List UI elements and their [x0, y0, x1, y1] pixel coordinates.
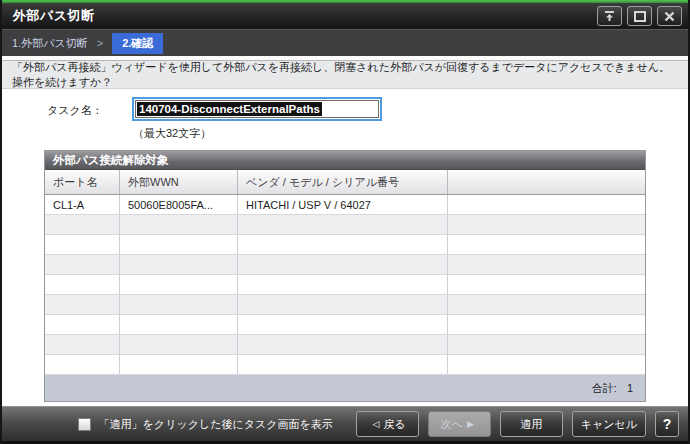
task-name-input-field: 140704-DisconnectExternalPaths	[135, 100, 379, 118]
step-separator: >	[97, 37, 103, 49]
table-cell	[238, 335, 448, 354]
table-cell	[238, 355, 448, 374]
table-cell	[238, 275, 448, 294]
back-arrow-icon: ◁	[373, 419, 380, 429]
table-row[interactable]	[45, 235, 645, 255]
table-cell	[45, 255, 120, 274]
table-cell	[448, 235, 645, 254]
task-name-row: タスク名： 140704-DisconnectExternalPaths	[2, 89, 688, 121]
table-row[interactable]	[45, 315, 645, 335]
table-cell	[120, 295, 238, 314]
table-cell	[448, 355, 645, 374]
table-cell	[120, 235, 238, 254]
close-icon	[664, 11, 675, 22]
title-bar: 外部パス切断	[2, 3, 688, 29]
warning-message: 「外部パス再接続」ウィザードを使用して外部パスを再接続し、閉塞された外部パスが回…	[2, 60, 688, 89]
table-footer: 合計: 1	[45, 375, 645, 401]
maximize-icon	[634, 11, 646, 22]
dialog-content: タスク名： 140704-DisconnectExternalPaths （最大…	[2, 89, 688, 406]
table-cell	[448, 315, 645, 334]
maximize-button[interactable]	[627, 6, 652, 26]
disconnect-external-paths-dialog: 外部パス切断 1.外部パス切断 > 2.確認 「外部パス再接続」ウィザードを使用…	[0, 0, 690, 444]
dialog-title: 外部パス切断	[13, 7, 592, 25]
table-cell	[448, 335, 645, 354]
table-cell	[120, 315, 238, 334]
help-button[interactable]: ?	[655, 411, 679, 437]
table-row[interactable]	[45, 355, 645, 375]
close-button[interactable]	[657, 6, 682, 26]
next-arrow-icon: ▶	[467, 419, 474, 429]
table-cell: 50060E8005FA...	[120, 195, 238, 214]
table-cell	[45, 275, 120, 294]
table-row[interactable]	[45, 275, 645, 295]
next-button: 次へ ▶	[428, 411, 491, 437]
back-button[interactable]: ◁ 戻る	[356, 411, 419, 437]
column-header-vendor-model-serial[interactable]: ベンダ / モデル / シリアル番号	[238, 170, 448, 194]
wizard-steps: 1.外部パス切断 > 2.確認	[2, 29, 688, 56]
apply-button[interactable]: 適用	[500, 411, 563, 437]
table-cell	[45, 235, 120, 254]
total-value: 1	[627, 382, 633, 394]
disconnect-target-table: 外部パス接続解除対象 ポート名 外部WWN ベンダ / モデル / シリアル番号…	[44, 150, 646, 402]
show-task-screen-checkbox-label: 「適用」をクリックした後にタスク画面を表示	[99, 417, 333, 432]
rollup-icon	[603, 10, 616, 22]
table-cell	[45, 215, 120, 234]
task-name-label: タスク名：	[47, 97, 132, 118]
task-name-input[interactable]: 140704-DisconnectExternalPaths	[132, 97, 382, 121]
table-cell	[238, 315, 448, 334]
table-cell	[448, 195, 645, 214]
apply-button-label: 適用	[520, 417, 542, 432]
table-cell	[238, 235, 448, 254]
table-cell	[238, 255, 448, 274]
table-title: 外部パス接続解除対象	[45, 151, 645, 170]
table-row[interactable]	[45, 255, 645, 275]
table-cell: HITACHI / USP V / 64027	[238, 195, 448, 214]
table-cell	[45, 295, 120, 314]
table-row[interactable]	[45, 335, 645, 355]
help-icon: ?	[663, 416, 672, 432]
table-cell	[120, 275, 238, 294]
table-cell	[120, 255, 238, 274]
table-cell	[45, 315, 120, 334]
table-cell	[238, 295, 448, 314]
table-cell	[45, 355, 120, 374]
table-row[interactable]	[45, 295, 645, 315]
table-cell	[238, 215, 448, 234]
cancel-button[interactable]: キャンセル	[572, 411, 646, 437]
step-2-active-label: 2.確認	[112, 33, 163, 54]
action-bar: 「適用」をクリックした後にタスク画面を表示 ◁ 戻る 次へ ▶ 適用 キャンセル…	[2, 406, 688, 444]
table-cell	[448, 255, 645, 274]
cancel-button-label: キャンセル	[581, 417, 637, 432]
table-cell	[120, 355, 238, 374]
step-1-label: 1.外部パス切断	[12, 36, 88, 51]
table-cell	[45, 335, 120, 354]
show-task-screen-checkbox[interactable]	[78, 418, 91, 431]
task-name-value-selected: 140704-DisconnectExternalPaths	[137, 102, 322, 116]
column-header-blank	[448, 170, 645, 194]
table-header-row: ポート名 外部WWN ベンダ / モデル / シリアル番号	[45, 170, 645, 195]
table-cell	[448, 295, 645, 314]
next-button-label: 次へ	[441, 417, 463, 432]
rollup-button[interactable]	[597, 6, 622, 26]
task-name-max-length-note: （最大32文字）	[2, 121, 688, 141]
column-header-port-name[interactable]: ポート名	[45, 170, 120, 194]
back-button-label: 戻る	[384, 417, 406, 432]
table-cell	[448, 215, 645, 234]
table-body: CL1-A50060E8005FA...HITACHI / USP V / 64…	[45, 195, 645, 375]
table-cell	[448, 275, 645, 294]
table-cell	[120, 215, 238, 234]
table-cell	[120, 335, 238, 354]
column-header-external-wwn[interactable]: 外部WWN	[120, 170, 238, 194]
table-cell: CL1-A	[45, 195, 120, 214]
total-label: 合計:	[592, 381, 617, 396]
table-row[interactable]	[45, 215, 645, 235]
table-row[interactable]: CL1-A50060E8005FA...HITACHI / USP V / 64…	[45, 195, 645, 215]
